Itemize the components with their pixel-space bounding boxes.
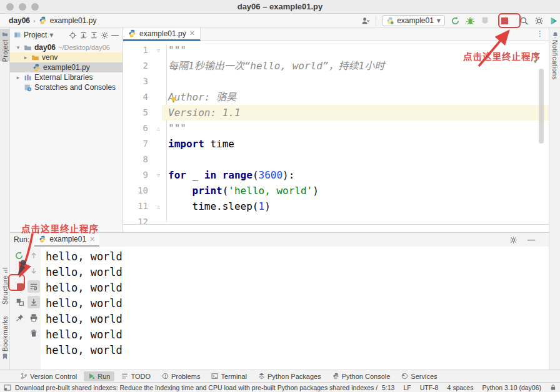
fold-end-icon[interactable]: ▵	[157, 198, 160, 214]
code-line[interactable]: time.sleep(1)	[162, 198, 549, 214]
project-panel-title[interactable]: Project	[24, 31, 47, 39]
editor-scrollbar[interactable]	[539, 69, 544, 144]
chevron-collapsed-icon[interactable]: ▸	[15, 74, 21, 81]
tool-window-tab-structure[interactable]: Structure	[0, 265, 10, 305]
breadcrumb-project[interactable]: day06	[9, 16, 30, 25]
close-tab-icon[interactable]: ✕	[89, 235, 95, 243]
rerun-program-button[interactable]	[12, 249, 25, 262]
line-separator[interactable]: LF	[403, 384, 411, 391]
structure-tab-icon	[2, 267, 8, 273]
hide-panel-icon[interactable]: —	[111, 31, 119, 39]
indent-setting[interactable]: 4 spaces	[447, 384, 473, 391]
lock-icon[interactable]	[550, 384, 556, 391]
code-line[interactable]: """	[162, 120, 549, 136]
chevron-expanded-icon[interactable]: ▾	[15, 44, 21, 51]
code-with-me-icon[interactable]	[549, 16, 559, 26]
locate-file-icon[interactable]	[69, 31, 77, 39]
close-tab-icon[interactable]: ✕	[189, 29, 195, 37]
console-output[interactable]: hello, worldhello, worldhello, worldhell…	[41, 247, 549, 370]
fold-start-icon[interactable]: ▿	[157, 167, 160, 183]
window-title: day06 – example01.py	[238, 2, 323, 11]
tool-window-button-run[interactable]: Run	[84, 371, 114, 381]
zoom-window-button[interactable]	[31, 3, 39, 11]
gutter-line-number: 1▿	[123, 42, 162, 58]
clear-console-button[interactable]	[28, 327, 40, 340]
tool-window-button-python-console[interactable]: Python Console	[328, 371, 395, 381]
python-file-icon	[128, 29, 136, 37]
traffic-lights[interactable]	[6, 3, 39, 11]
coverage-button	[481, 16, 489, 25]
print-console-button[interactable]	[28, 311, 40, 324]
minimize-window-button[interactable]	[19, 3, 26, 11]
pin-tab-button[interactable]	[14, 311, 26, 324]
settings-gear-icon[interactable]	[534, 16, 544, 26]
console-line: hello, world	[46, 280, 549, 296]
tab-options-kebab-icon[interactable]: ⋮	[536, 29, 544, 38]
collapse-all-icon[interactable]	[90, 31, 98, 39]
scroll-to-end-toggle[interactable]	[28, 296, 40, 308]
close-window-button[interactable]	[6, 3, 14, 11]
hide-panel-icon[interactable]: —	[528, 235, 535, 244]
tree-label: Scratches and Consoles	[34, 83, 116, 92]
tool-window-button-problems[interactable]: Problems	[158, 371, 204, 381]
code-line[interactable]: Author: 骆昊	[162, 89, 549, 105]
status-message[interactable]: Download pre-built shared indexes: Reduc…	[15, 384, 378, 391]
code-line[interactable]: import time	[162, 136, 549, 152]
tree-item-external-libraries[interactable]: ▸ External Libraries	[10, 72, 122, 82]
tool-window-switcher-icon[interactable]	[4, 384, 11, 391]
tool-window-bar: Version Control Run TODO Problems Termin…	[0, 370, 560, 382]
restore-layout-button[interactable]	[14, 296, 26, 308]
run-tab-example01[interactable]: example01 ✕	[34, 233, 99, 247]
tree-item-day06[interactable]: ▾ day06 ~/Desktop/day06	[10, 42, 122, 52]
chevron-collapsed-icon[interactable]: ▸	[22, 54, 29, 61]
project-tab-label: Project	[1, 39, 9, 62]
run-panel-gear-icon[interactable]	[509, 236, 518, 244]
code-editor[interactable]: 1▿23456▵789▿1011▵12 """每隔1秒输出一次“hello, w…	[123, 41, 549, 225]
caret-position[interactable]: 5:13	[382, 384, 394, 391]
tool-window-button-version-control[interactable]: Version Control	[16, 371, 81, 381]
stop-button[interactable]	[501, 17, 508, 24]
code-line[interactable]	[162, 214, 549, 225]
tool-window-tab-project[interactable]: Project	[0, 29, 10, 61]
bookmarks-tab-label: Bookmarks	[1, 316, 9, 351]
code-line[interactable]	[162, 152, 549, 167]
python-interpreter[interactable]: Python 3.10 (day06)	[482, 384, 541, 391]
tool-window-button-todo[interactable]: TODO	[117, 371, 155, 381]
code-line[interactable]	[162, 74, 549, 89]
soft-wrap-toggle[interactable]	[28, 280, 40, 293]
run-configuration-select[interactable]: example01 ▼	[382, 15, 445, 26]
python-file-icon	[39, 16, 47, 24]
tool-window-tab-bookmarks[interactable]: Bookmarks	[0, 313, 10, 357]
panel-settings-gear-icon[interactable]	[101, 31, 109, 39]
stop-program-button[interactable]	[14, 280, 26, 293]
tree-item-scratches[interactable]: Scratches and Consoles	[10, 82, 122, 92]
file-encoding[interactable]: UTF-8	[420, 384, 439, 391]
tool-window-button-label: Python Packages	[268, 373, 321, 380]
tree-item-venv[interactable]: ▸ venv	[10, 52, 122, 62]
code-line[interactable]: print('hello, world')	[162, 183, 549, 198]
fold-start-icon[interactable]: ▿	[157, 42, 160, 58]
down-stack-trace-button	[28, 265, 40, 277]
rerun-button[interactable]	[451, 16, 460, 26]
chevron-down-icon[interactable]: ▼	[49, 32, 53, 38]
tool-window-button-terminal[interactable]: Terminal	[207, 371, 251, 381]
tree-label: day06	[34, 43, 56, 52]
tree-item-example01[interactable]: example01.py	[10, 62, 122, 72]
user-profile-icon[interactable]	[361, 16, 370, 26]
python-file-icon	[32, 64, 41, 72]
debug-button[interactable]	[466, 16, 475, 26]
fold-end-icon[interactable]: ▵	[157, 120, 160, 136]
intention-bulb-icon[interactable]	[169, 95, 178, 106]
editor-tab-example01[interactable]: example01.py ✕	[123, 27, 201, 41]
code-line[interactable]: for _ in range(3600):	[162, 167, 549, 183]
problems-icon	[162, 373, 169, 380]
breadcrumb-file[interactable]: example01.py	[50, 16, 97, 25]
search-everywhere-icon[interactable]	[519, 16, 529, 26]
tool-window-button-services[interactable]: Services	[397, 371, 441, 381]
tool-window-tab-notifications[interactable]: Notifications	[549, 29, 560, 97]
tool-window-button-python-packages[interactable]: Python Packages	[254, 371, 326, 381]
expand-all-icon[interactable]	[79, 31, 88, 39]
code-line[interactable]: Version: 1.1	[162, 105, 549, 120]
gutter-line-number: 7	[123, 136, 162, 152]
left-tool-strip: Project Structure Bookmarks	[0, 27, 10, 370]
